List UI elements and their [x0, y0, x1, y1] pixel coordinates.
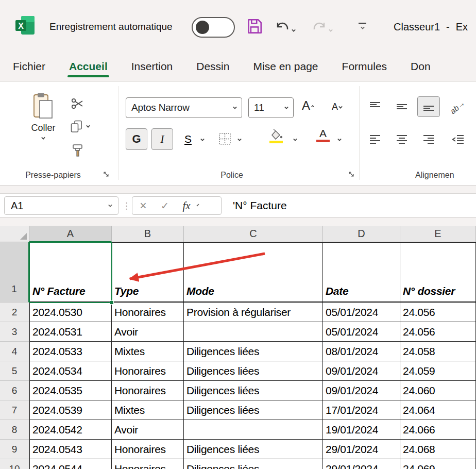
tab-dessin[interactable]: Dessin [196, 60, 229, 73]
cell-A10[interactable]: 2024.0544 [29, 459, 112, 469]
cell-A7[interactable]: 2024.0539 [29, 400, 112, 420]
paste-dropdown-icon[interactable] [41, 136, 45, 140]
cell-E5[interactable]: 24.059 [400, 361, 476, 381]
cell-C2[interactable]: Provision à régulariser [184, 303, 323, 322]
fill-color-button[interactable] [269, 129, 283, 143]
align-center-button[interactable] [390, 129, 413, 150]
paste-button[interactable]: Coller [24, 92, 63, 141]
cell-D2[interactable]: 05/01/2024 [323, 303, 400, 322]
cell-D7[interactable]: 17/01/2024 [323, 400, 400, 420]
cell-E4[interactable]: 24.058 [400, 342, 476, 361]
cell-B8[interactable]: Avoir [112, 420, 184, 440]
tab-accueil[interactable]: Accueil [69, 60, 108, 73]
cell-E9[interactable]: 24.068 [400, 440, 476, 459]
shrink-font-button[interactable]: A [332, 102, 342, 112]
increase-indent-button[interactable] [470, 129, 476, 150]
cell-E8[interactable]: 24.066 [400, 420, 476, 440]
cancel-icon[interactable]: × [132, 199, 154, 213]
cell-B2[interactable]: Honoraires [112, 303, 184, 322]
fill-color-dropdown-icon[interactable] [293, 137, 297, 141]
redo-icon[interactable] [312, 20, 332, 33]
cell-D10[interactable]: 29/01/2024 [323, 459, 400, 469]
font-color-dropdown-icon[interactable] [337, 137, 342, 141]
cell-C8[interactable] [184, 420, 323, 440]
cell-E2[interactable]: 24.056 [400, 303, 476, 322]
column-header-B[interactable]: B [112, 226, 184, 242]
copy-button[interactable] [71, 120, 90, 133]
row-header-3[interactable]: 3 [0, 322, 29, 342]
cell-E6[interactable]: 24.060 [400, 381, 476, 400]
select-all-corner[interactable] [0, 226, 29, 242]
clipboard-dialog-launcher-icon[interactable] [103, 171, 110, 180]
cell-A2[interactable]: 2024.0530 [29, 303, 112, 322]
decrease-indent-button[interactable] [447, 129, 470, 150]
borders-dropdown-icon[interactable] [237, 137, 242, 141]
row-header-4[interactable]: 4 [0, 342, 29, 361]
cell-E1[interactable]: N° dossier [400, 242, 476, 303]
cell-A5[interactable]: 2024.0534 [29, 361, 112, 381]
cell-D4[interactable]: 08/01/2024 [323, 342, 400, 361]
redo-dropdown-icon[interactable] [329, 28, 333, 32]
align-right-button[interactable] [417, 129, 440, 150]
cell-A1[interactable]: N° Facture [29, 242, 112, 303]
autosave-toggle[interactable] [192, 17, 235, 38]
underline-dropdown-icon[interactable] [200, 137, 205, 141]
font-dialog-launcher-icon[interactable] [348, 171, 355, 180]
cell-A8[interactable]: 2024.0542 [29, 420, 112, 440]
italic-button[interactable]: I [151, 128, 173, 150]
row-header-10[interactable]: 10 [0, 459, 29, 469]
cell-E7[interactable]: 24.064 [400, 400, 476, 420]
align-top-button[interactable] [364, 96, 386, 117]
tab-formules[interactable]: Formules [342, 60, 387, 73]
row-header-7[interactable]: 7 [0, 400, 29, 420]
column-header-E[interactable]: E [400, 226, 476, 242]
grow-font-button[interactable]: A [302, 98, 314, 113]
row-header-8[interactable]: 8 [0, 420, 29, 440]
cell-B9[interactable]: Honoraires [112, 440, 184, 459]
cell-B7[interactable]: Mixtes [112, 400, 184, 420]
enter-icon[interactable]: ✓ [154, 200, 176, 212]
cell-E3[interactable]: 24.056 [400, 322, 476, 342]
quick-access-toolbar-icon[interactable] [359, 23, 366, 30]
cell-B10[interactable]: Honoraires [112, 459, 184, 469]
tab-mise-en-page[interactable]: Mise en page [253, 60, 318, 73]
cell-B4[interactable]: Mixtes [112, 342, 184, 361]
save-icon[interactable] [246, 18, 263, 35]
column-header-A[interactable]: A [29, 226, 112, 242]
underline-button[interactable]: S [179, 128, 197, 150]
formula-input[interactable]: 'N° Facture [233, 194, 287, 217]
cell-B5[interactable]: Honoraires [112, 361, 184, 381]
cell-D9[interactable]: 29/01/2024 [323, 440, 400, 459]
row-header-6[interactable]: 6 [0, 381, 29, 400]
excel-logo-icon[interactable]: X [14, 14, 36, 36]
cell-C5[interactable]: Diligences liées [184, 361, 323, 381]
cell-B3[interactable]: Avoir [112, 322, 184, 342]
borders-icon[interactable] [218, 132, 231, 147]
cell-D6[interactable]: 09/01/2024 [323, 381, 400, 400]
row-header-5[interactable]: 5 [0, 361, 29, 381]
cell-A6[interactable]: 2024.0535 [29, 381, 112, 400]
align-middle-button[interactable] [390, 96, 413, 117]
column-header-D[interactable]: D [323, 226, 400, 242]
cell-C3[interactable] [184, 322, 323, 342]
fill-handle[interactable] [110, 300, 114, 305]
cell-B6[interactable]: Honoraires [112, 381, 184, 400]
undo-icon[interactable] [275, 20, 295, 33]
tab-insertion[interactable]: Insertion [131, 60, 173, 73]
row-header-9[interactable]: 9 [0, 440, 29, 459]
cell-D3[interactable]: 05/01/2024 [323, 322, 400, 342]
cell-E10[interactable]: 24.069 [400, 459, 476, 469]
undo-dropdown-icon[interactable] [292, 28, 296, 32]
font-name-combo[interactable]: Aptos Narrow [126, 97, 242, 118]
column-header-C[interactable]: C [184, 226, 323, 242]
cell-B1[interactable]: Type [112, 242, 184, 303]
cell-C1[interactable]: Mode [184, 242, 323, 303]
cell-A3[interactable]: 2024.0531 [29, 322, 112, 342]
tab-donnees-truncated[interactable]: Don [411, 60, 431, 73]
cell-D1[interactable]: Date [323, 242, 400, 303]
insert-function-icon[interactable]: fx [176, 199, 197, 212]
align-bottom-button[interactable] [417, 96, 440, 117]
row-header-2[interactable]: 2 [0, 303, 29, 322]
format-painter-icon[interactable] [71, 144, 84, 160]
cell-D8[interactable]: 19/01/2024 [323, 420, 400, 440]
